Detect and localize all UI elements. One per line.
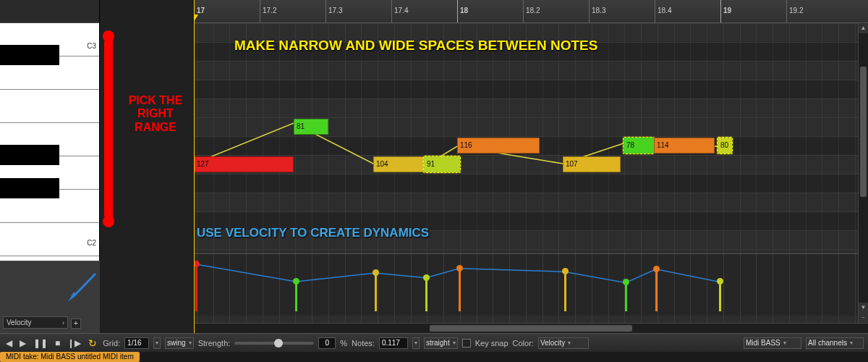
track-select[interactable]: Midi BASS▾ [744, 337, 801, 349]
chevron-down-icon: ▾ [156, 340, 158, 346]
status-take: MIDI take: Midi BASS untitled MIDI item [0, 352, 140, 362]
notes-label: Notes: [352, 339, 375, 348]
velocity-bar[interactable] [719, 281, 721, 311]
stop-button[interactable]: ■ [54, 338, 61, 348]
ruler-mark[interactable]: 18.2 [523, 0, 540, 22]
ruler-mark[interactable]: 17.2 [260, 0, 276, 22]
midi-note[interactable]: 116 [457, 138, 540, 153]
ruler-mark[interactable]: 17.4 [391, 0, 408, 22]
midi-note[interactable]: 78 [624, 138, 654, 153]
midi-grid[interactable]: 16.41717.217.317.41818.218.318.41919.2 1… [194, 0, 868, 333]
velocity-bar[interactable] [459, 268, 461, 311]
cc-lane-header: Velocity › + [0, 261, 100, 333]
piano-keyboard[interactable]: C3 C2 [0, 0, 100, 261]
chevron-down-icon: ▾ [850, 340, 853, 346]
midi-note[interactable]: 104 [373, 156, 424, 172]
annotation-velocity: USE VELOCITY TO CREATE DYNAMICS [197, 226, 429, 240]
chevron-right-icon: › [62, 319, 64, 327]
ruler-mark[interactable]: 19 [720, 0, 731, 22]
add-cc-lane-button[interactable]: + [71, 319, 81, 329]
step-button[interactable]: ❙▶ [66, 338, 82, 348]
midi-note[interactable]: 127 [194, 156, 294, 172]
midi-note[interactable]: 107 [563, 156, 621, 172]
chevron-down-icon: ▾ [453, 340, 456, 346]
transport-toolbar: ◀ ▶ ❚❚ ■ ❙▶ ↻ Grid: ▾ swing▾ Strength: %… [0, 333, 868, 352]
chevron-down-icon: ▾ [783, 340, 786, 346]
notes-unit-select[interactable]: ▾ [412, 337, 420, 349]
key-label-c3: C3 [87, 42, 96, 50]
color-label: Color: [513, 339, 534, 348]
horizontal-scrollbar[interactable] [194, 323, 868, 333]
strength-value-input[interactable] [318, 337, 336, 349]
pause-button[interactable]: ❚❚ [32, 338, 49, 348]
chevron-down-icon: ▾ [189, 340, 192, 346]
midi-note[interactable]: 81 [294, 119, 328, 135]
notes-mode-select[interactable]: straight▾ [424, 337, 458, 349]
keysnap-checkbox[interactable] [462, 339, 471, 348]
loop-button[interactable]: ↻ [87, 337, 98, 349]
annotation-spacing: MAKE NARROW AND WIDE SPACES BETWEEN NOTE… [234, 38, 597, 54]
strength-label: Strength: [198, 339, 231, 348]
annotation-pick-range: PICK THE RIGHT RANGE [122, 94, 190, 134]
midi-note[interactable]: 114 [654, 138, 715, 153]
key-label-c2: C2 [87, 239, 96, 247]
grid-value-input[interactable] [124, 337, 149, 349]
velocity-bar[interactable] [564, 271, 566, 311]
velocity-bar[interactable] [425, 277, 427, 311]
rewind-button[interactable]: ◀ [4, 338, 14, 348]
strength-slider[interactable] [234, 342, 314, 345]
range-bracket-icon [104, 35, 119, 223]
velocity-bar[interactable] [195, 264, 197, 311]
status-bar: MIDI take: Midi BASS untitled MIDI item [0, 352, 868, 362]
chevron-down-icon: ▾ [414, 340, 417, 346]
playhead[interactable] [194, 0, 195, 333]
hscroll-thumb[interactable] [430, 325, 632, 332]
ruler-mark[interactable]: 18.4 [655, 0, 671, 22]
velocity-bar[interactable] [295, 281, 297, 311]
play-button[interactable]: ▶ [18, 338, 27, 348]
grid-label: Grid: [103, 339, 120, 348]
ruler-mark[interactable]: 18 [457, 0, 468, 22]
cc-lane-selector[interactable]: Velocity › [3, 316, 68, 329]
midi-note[interactable]: 91 [424, 156, 460, 172]
ruler-spacer [0, 0, 99, 23]
channel-select[interactable]: All channels▾ [806, 337, 864, 349]
velocity-bar[interactable] [655, 269, 658, 311]
midi-note[interactable]: 80 [718, 138, 732, 153]
color-select[interactable]: Velocity▾ [538, 337, 589, 349]
percent-label: % [340, 339, 347, 348]
grid-unit-select[interactable]: ▾ [153, 337, 161, 349]
cc-lane-label: Velocity [7, 319, 31, 327]
notes-value-input[interactable] [379, 337, 408, 349]
slider-thumb[interactable] [274, 339, 283, 348]
keysnap-label: Key snap [475, 339, 509, 348]
timeline-ruler[interactable]: 16.41717.217.317.41818.218.318.41919.2 [194, 0, 868, 23]
chevron-down-icon: ▾ [568, 340, 571, 346]
annotation-column: PICK THE RIGHT RANGE [100, 0, 194, 333]
ruler-mark[interactable]: 17.3 [326, 0, 342, 22]
ruler-mark[interactable]: 18.3 [589, 0, 605, 22]
velocity-bar[interactable] [625, 282, 627, 311]
grid-mode-select[interactable]: swing▾ [165, 337, 194, 349]
velocity-lane[interactable] [194, 253, 868, 316]
ruler-mark[interactable]: 19.2 [786, 0, 803, 22]
velocity-bar[interactable] [375, 272, 377, 311]
